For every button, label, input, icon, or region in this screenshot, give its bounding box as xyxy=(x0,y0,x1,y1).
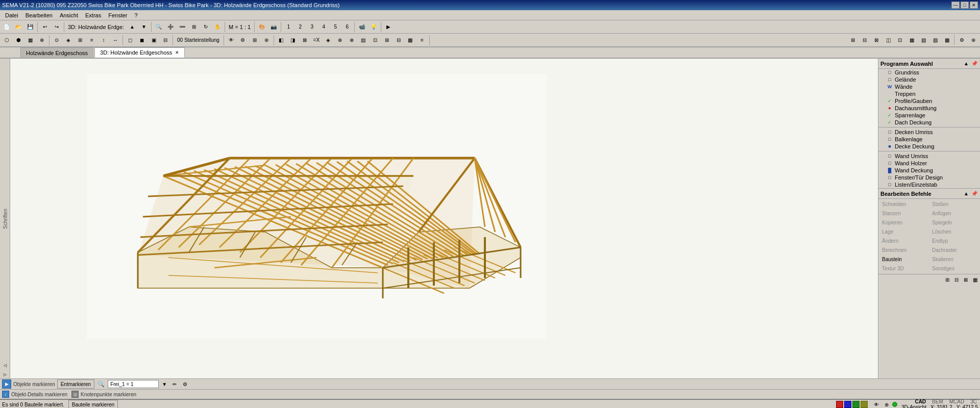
minimize-button[interactable]: — xyxy=(951,2,960,9)
be-icon1[interactable]: ⊞ xyxy=(943,275,951,284)
tb-light[interactable]: 💡 xyxy=(368,21,379,33)
cmd-textur3d[interactable]: Textur 3D xyxy=(879,264,929,273)
tb-3d-5[interactable]: ⊙ xyxy=(51,35,62,46)
cmd-stossen[interactable]: Stoßen xyxy=(929,200,979,209)
panel-decke-deckung[interactable]: ■ Decke Deckung xyxy=(878,143,980,150)
tb-rotate[interactable]: ↻ xyxy=(200,21,211,33)
tb-3[interactable]: 3 xyxy=(306,21,317,33)
cmd-stanzen[interactable]: Stanzen xyxy=(879,209,929,218)
tb-open[interactable]: 📂 xyxy=(13,21,24,33)
panel-decken-umriss[interactable]: □ Decken Umriss xyxy=(878,129,980,136)
be-icon2[interactable]: ⊟ xyxy=(952,275,961,284)
tb-zoom-all[interactable]: ⊞ xyxy=(188,21,200,33)
tb-new[interactable]: 📄 xyxy=(1,21,12,33)
tb-r5[interactable]: ⊡ xyxy=(894,35,905,46)
tb-r10[interactable]: ⚙ xyxy=(956,35,967,46)
cmd-spiegeln[interactable]: Spiegeln xyxy=(929,218,979,227)
panel-wand-holz[interactable]: □ Wand Holzer xyxy=(878,160,980,167)
sidebar-btn-1[interactable]: ◁ xyxy=(1,361,9,369)
cmd-baustein[interactable]: Baustein xyxy=(879,255,929,264)
panel-sparrenlage[interactable]: ✓ Sparrenlage xyxy=(878,112,980,119)
filter-edit-btn[interactable]: ✏ xyxy=(170,379,179,389)
deselect-button[interactable]: Entmarkieren xyxy=(57,379,94,389)
tb-zoom-window[interactable]: 🔍 xyxy=(153,21,164,33)
cmd-schneiden[interactable]: Schneiden xyxy=(879,200,929,209)
tb-3d-7[interactable]: ⊞ xyxy=(75,35,86,46)
tb-3d-11[interactable]: ◻ xyxy=(125,35,136,46)
view-cad[interactable]: CAD xyxy=(914,399,927,404)
panel-listen[interactable]: □ Listen/Einzelstab xyxy=(878,181,980,188)
tab-holzwaende[interactable]: Holzwände Erdgeschoss xyxy=(20,47,93,58)
be-icon4[interactable]: ▦ xyxy=(971,275,979,284)
cmd-endtyp[interactable]: Endtyp xyxy=(929,237,979,245)
tb-r4[interactable]: ◫ xyxy=(883,35,894,46)
tb-6[interactable]: 6 xyxy=(341,21,353,33)
tb-starteinstellung[interactable]: 00 Starteinstellung xyxy=(175,35,222,46)
tb-r7[interactable]: ▧ xyxy=(918,35,929,46)
tb-r8[interactable]: ▨ xyxy=(929,35,941,46)
tb-5[interactable]: 5 xyxy=(330,21,341,33)
tb-3d-14[interactable]: ⊟ xyxy=(160,35,171,46)
tb-3d-13[interactable]: ▣ xyxy=(148,35,159,46)
tb-view-up[interactable]: ▲ xyxy=(127,21,138,33)
tb-save[interactable]: 💾 xyxy=(24,21,36,33)
cmd-anfugen[interactable]: Anfügen xyxy=(929,209,979,218)
tb-sel11[interactable]: ⊟ xyxy=(393,35,404,46)
panel-wand-deckung[interactable]: ▐▌ Wand Deckung xyxy=(878,167,980,174)
cmd-berechnen[interactable]: Berechnen xyxy=(879,246,929,254)
tb-2[interactable]: 2 xyxy=(295,21,306,33)
panel-wand-umriss[interactable]: □ Wand Umriss xyxy=(878,152,980,160)
tb-zoom-in[interactable]: ➕ xyxy=(165,21,176,33)
cmd-lage[interactable]: Lage xyxy=(879,227,929,236)
tb-sel3[interactable]: ⊠ xyxy=(299,35,310,46)
menu-extras[interactable]: Extras xyxy=(82,11,104,19)
tb-3d-6[interactable]: ◈ xyxy=(63,35,74,46)
tab-close-icon[interactable]: ✕ xyxy=(175,50,179,55)
tb-screenshot[interactable]: 📷 xyxy=(268,21,279,33)
cmd-dachraster[interactable]: Dachraster xyxy=(929,246,979,254)
filter-settings-btn[interactable]: ⚙ xyxy=(180,379,189,389)
tb-3d-10[interactable]: ↔ xyxy=(110,35,121,46)
tb-3d-9[interactable]: ↕ xyxy=(98,35,109,46)
cmd-kopieren[interactable]: Kopieren xyxy=(879,218,929,227)
tb-4[interactable]: 4 xyxy=(318,21,329,33)
tb-cam[interactable]: 📹 xyxy=(356,21,368,33)
tb-redo[interactable]: ↪ xyxy=(51,21,62,33)
menu-bearbeiten[interactable]: Bearbeiten xyxy=(22,11,56,19)
tb-r11[interactable]: ⊛ xyxy=(968,35,979,46)
tb-zoom-out[interactable]: ➖ xyxy=(177,21,188,33)
sidebar-btn-2[interactable]: ▷ xyxy=(1,370,9,378)
panel-grundriss[interactable]: □ Grundriss xyxy=(878,69,980,76)
view-mcad[interactable]: MCAD xyxy=(948,399,965,404)
filter-down-btn[interactable]: ▼ xyxy=(160,379,169,389)
view-bem[interactable]: BEM xyxy=(931,399,944,404)
be-icon3[interactable]: ⊠ xyxy=(962,275,970,284)
menu-fenster[interactable]: Fenster xyxy=(105,11,130,19)
tb-1[interactable]: 1 xyxy=(283,21,294,33)
panel-dachdeckung[interactable]: ✓ Dach Deckung xyxy=(878,119,980,126)
tb-3d-more1[interactable]: ⊛ xyxy=(261,35,272,46)
tb-r6[interactable]: ▦ xyxy=(906,35,917,46)
tb-eye[interactable]: 👁 xyxy=(226,35,237,46)
panel-gelande[interactable]: □ Gelände xyxy=(878,76,980,83)
bearbeiten-expand[interactable]: ▲ xyxy=(963,190,970,197)
view-3c[interactable]: 3C xyxy=(969,399,978,404)
cmd-andern[interactable]: Ändern xyxy=(879,237,929,245)
menu-ansicht[interactable]: Ansicht xyxy=(57,11,81,19)
tb-3d-8[interactable]: ≡ xyxy=(86,35,97,46)
panel-profile[interactable]: ✓ Profile/Gauben xyxy=(878,97,980,105)
tb-r1[interactable]: ⊞ xyxy=(847,35,859,46)
tb-sel8[interactable]: ▤ xyxy=(358,35,369,46)
tb-3d-4[interactable]: ⊕ xyxy=(36,35,47,46)
tb-r9[interactable]: ▩ xyxy=(941,35,952,46)
menu-datei[interactable]: Datei xyxy=(2,11,21,19)
viewport[interactable] xyxy=(10,59,878,378)
filter-input[interactable] xyxy=(108,380,159,388)
tb-render[interactable]: 🎨 xyxy=(256,21,267,33)
maximize-button[interactable]: □ xyxy=(961,2,969,9)
panel-pin[interactable]: 📌 xyxy=(971,60,978,67)
cmd-sonstiges[interactable]: Sonstiges xyxy=(929,264,979,273)
tb-3d-1[interactable]: ⬡ xyxy=(1,35,12,46)
tb-sel6[interactable]: ⊕ xyxy=(334,35,346,46)
tb-sel10[interactable]: ⊞ xyxy=(381,35,393,46)
